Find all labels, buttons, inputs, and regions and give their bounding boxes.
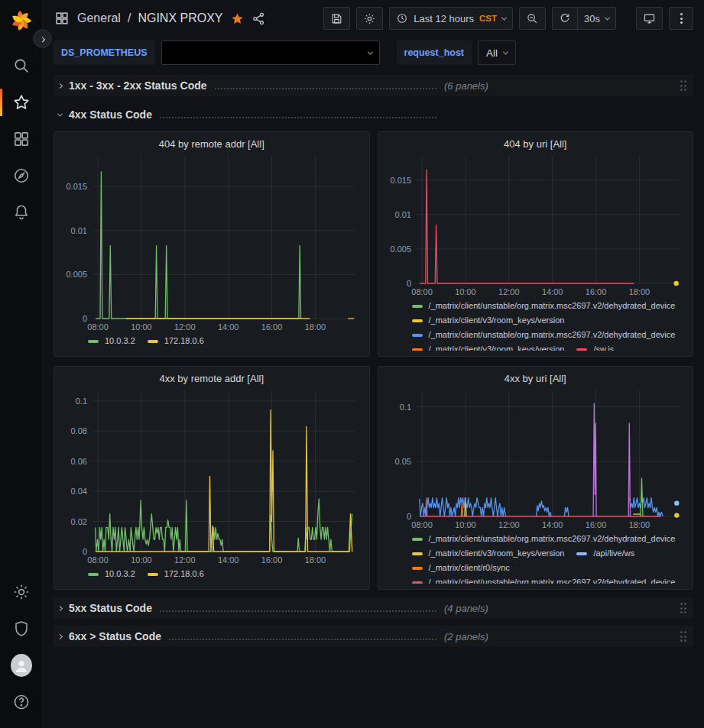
- row-6xx[interactable]: 6xx > Status Code (2 panels): [54, 626, 693, 647]
- settings-gear-icon[interactable]: [11, 581, 32, 603]
- row-drag-handle[interactable]: [680, 631, 687, 642]
- svg-text:16:00: 16:00: [585, 287, 606, 296]
- tv-mode-button[interactable]: [636, 7, 663, 30]
- legend-item[interactable]: /_matrix/client/unstable/org.matrix.msc2…: [412, 533, 676, 545]
- svg-text:0: 0: [83, 547, 87, 556]
- svg-text:16:00: 16:00: [585, 520, 606, 529]
- legend-color-swatch: [412, 581, 423, 584]
- variables-bar: DS_PROMETHEUS request_host All: [54, 37, 693, 69]
- chart-area[interactable]: 00.050.108:0010:0012:0014:0016:0018:00: [386, 386, 686, 532]
- dotted-leader: [169, 639, 436, 640]
- refresh-interval-dropdown[interactable]: 30s: [577, 7, 616, 30]
- legend-item[interactable]: /_matrix/client/unstable/org.matrix.msc2…: [412, 577, 676, 584]
- svg-text:18:00: 18:00: [305, 555, 326, 565]
- expand-sidebar-button[interactable]: [33, 29, 52, 48]
- legend-label: /_matrix/client/unstable/org.matrix.msc2…: [429, 577, 676, 584]
- legend-color-swatch: [412, 334, 423, 337]
- legend-color-swatch: [412, 305, 423, 308]
- sidebar-item-explore[interactable]: [11, 165, 32, 186]
- sidebar: [0, 0, 43, 728]
- variable-ds-prometheus-select[interactable]: [161, 40, 380, 65]
- chart-area[interactable]: 00.020.040.060.080.108:0010:0012:0014:00…: [62, 386, 362, 567]
- refresh-group: 30s: [552, 7, 616, 30]
- panel-title[interactable]: 404 by remote addr [All]: [62, 138, 362, 150]
- legend-item[interactable]: /_matrix/client/v3/room_keys/version: [412, 548, 565, 559]
- row-title: 4xx Status Code: [69, 108, 152, 121]
- refresh-interval-label: 30s: [584, 13, 600, 24]
- svg-text:0.01: 0.01: [71, 226, 87, 235]
- legend-item[interactable]: /_matrix/client/v3/room_keys/version: [412, 315, 565, 326]
- search-icon[interactable]: [11, 55, 32, 76]
- chevron-right-icon: [57, 605, 63, 610]
- sidebar-item-dashboards[interactable]: [11, 128, 32, 150]
- chart-area[interactable]: 00.0050.010.01508:0010:0012:0014:0016:00…: [386, 151, 686, 299]
- legend-item[interactable]: 10.0.3.2: [88, 568, 135, 580]
- legend-item[interactable]: /_matrix/client/v3/room_keys/version: [412, 344, 565, 351]
- panel-title[interactable]: 404 by uri [All]: [386, 138, 686, 150]
- grafana-logo-icon[interactable]: [8, 6, 35, 34]
- panel-title[interactable]: 4xx by remote addr [All]: [62, 373, 362, 384]
- row-panel-count: (6 panels): [444, 80, 488, 92]
- legend-item[interactable]: /_matrix/client/unstable/org.matrix.msc2…: [412, 300, 676, 312]
- zoom-out-time-button[interactable]: [519, 7, 546, 30]
- dotted-leader: [215, 88, 436, 89]
- favorite-star-icon[interactable]: [230, 11, 245, 26]
- legend-label: /_matrix/client/r0/sync: [429, 562, 510, 574]
- legend-color-swatch: [412, 552, 423, 555]
- panel-legend: 10.0.3.2172.18.0.6: [62, 335, 362, 351]
- row-5xx[interactable]: 5xx Status Code (4 panels): [54, 597, 693, 619]
- dashboard-settings-button[interactable]: [356, 7, 383, 30]
- legend-color-swatch: [148, 573, 158, 576]
- svg-text:0: 0: [83, 314, 87, 323]
- panel-legend: /_matrix/client/unstable/org.matrix.msc2…: [386, 300, 686, 351]
- share-icon[interactable]: [251, 11, 266, 26]
- row-1xx-3xx-2xx[interactable]: 1xx - 3xx - 2xx Status Code (6 panels): [54, 75, 693, 96]
- chart-svg: 00.0050.010.01508:0010:0012:0014:0016:00…: [386, 151, 686, 299]
- svg-text:0.05: 0.05: [394, 457, 410, 466]
- svg-text:08:00: 08:00: [87, 555, 109, 565]
- row-panel-count: (4 panels): [444, 603, 488, 614]
- legend-item[interactable]: 10.0.3.2: [88, 335, 135, 347]
- svg-text:0.08: 0.08: [71, 426, 87, 435]
- legend-label: 10.0.3.2: [105, 568, 135, 580]
- dashboards-grid-icon[interactable]: [54, 10, 70, 27]
- help-icon[interactable]: [11, 691, 32, 713]
- svg-text:12:00: 12:00: [498, 287, 520, 296]
- row-drag-handle[interactable]: [680, 603, 687, 613]
- time-range-picker[interactable]: Last 12 hours CST: [389, 7, 513, 30]
- row-title: 5xx Status Code: [69, 602, 152, 614]
- user-avatar[interactable]: [11, 655, 32, 676]
- legend-item[interactable]: 172.18.0.6: [148, 335, 204, 347]
- svg-text:10:00: 10:00: [455, 520, 476, 529]
- row-title: 1xx - 3xx - 2xx Status Code: [69, 79, 207, 92]
- row-drag-handle[interactable]: [680, 80, 687, 91]
- svg-text:0.005: 0.005: [66, 270, 87, 279]
- legend-item[interactable]: 172.18.0.6: [148, 568, 204, 580]
- breadcrumb-folder[interactable]: General: [77, 11, 121, 25]
- panel-404-by-uri: 404 by uri [All] 00.0050.010.01508:0010:…: [378, 131, 694, 357]
- dotted-leader: [160, 610, 436, 612]
- sidebar-item-starred[interactable]: [11, 92, 32, 113]
- svg-text:12:00: 12:00: [174, 322, 196, 332]
- variable-request-host-select[interactable]: All: [478, 40, 516, 65]
- chart-area[interactable]: 00.0050.010.01508:0010:0012:0014:0016:00…: [62, 151, 362, 334]
- legend-item[interactable]: /api/live/ws: [576, 548, 634, 559]
- svg-text:10:00: 10:00: [131, 322, 152, 332]
- variable-ds-prometheus-label[interactable]: DS_PROMETHEUS: [54, 40, 155, 65]
- more-options-kebab[interactable]: [669, 7, 693, 30]
- panel-title[interactable]: 4xx by uri [All]: [386, 373, 686, 384]
- dotted-leader: [160, 117, 436, 118]
- legend-item[interactable]: /_matrix/client/unstable/org.matrix.msc2…: [412, 329, 676, 341]
- refresh-button[interactable]: [552, 7, 577, 30]
- svg-text:0.01: 0.01: [394, 210, 410, 219]
- legend-item[interactable]: /_matrix/client/r0/sync: [412, 562, 510, 574]
- dashboard-header: General / NGINX PROXY: [54, 0, 693, 37]
- row-4xx[interactable]: 4xx Status Code: [54, 104, 693, 125]
- sidebar-item-alerting[interactable]: [11, 202, 32, 223]
- svg-text:18:00: 18:00: [628, 287, 650, 296]
- legend-item[interactable]: /sw.js: [576, 344, 614, 351]
- svg-text:0.015: 0.015: [66, 182, 87, 191]
- save-dashboard-button[interactable]: [323, 7, 350, 30]
- variable-request-host-label[interactable]: request_host: [397, 40, 472, 65]
- server-admin-shield-icon[interactable]: [11, 618, 32, 639]
